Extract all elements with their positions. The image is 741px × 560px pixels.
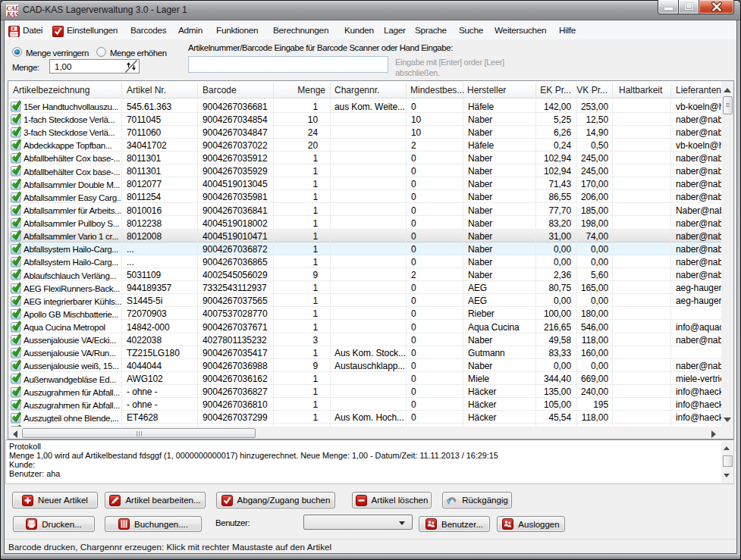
svg-text:KAS: KAS: [6, 11, 18, 17]
